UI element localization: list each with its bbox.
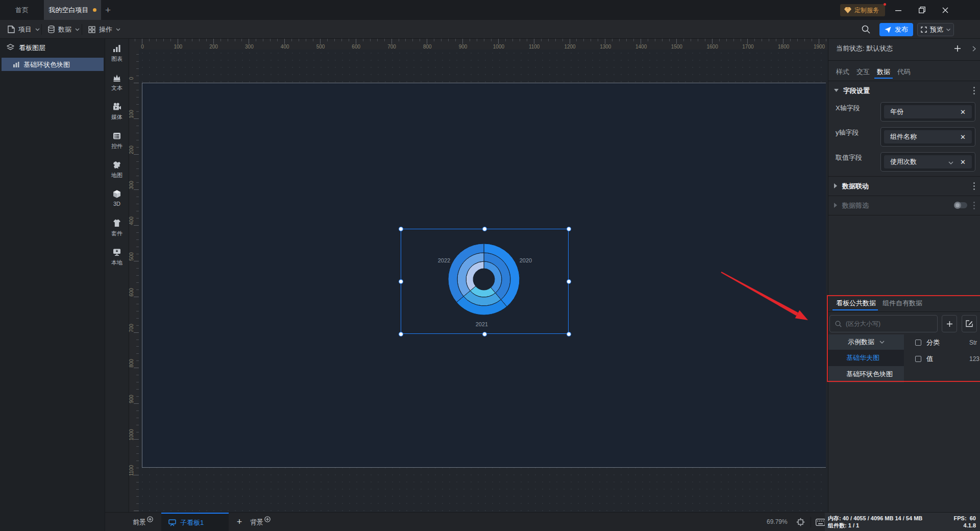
toolbox-item-label: 本地 bbox=[111, 259, 122, 267]
y-axis-field-value: 组件名称 bbox=[890, 132, 917, 141]
toolbox-item-3[interactable]: 媒体 bbox=[105, 102, 129, 128]
value-field-input[interactable]: 使用次数 ✕ bbox=[880, 152, 975, 172]
ruler-tick bbox=[705, 39, 705, 41]
toolbox-item-8[interactable]: 本地 bbox=[105, 248, 129, 273]
fit-screen-button[interactable] bbox=[793, 513, 807, 531]
data-panel-tab-1[interactable]: 看板公共数据 bbox=[836, 299, 876, 308]
field-settings-menu-button[interactable] bbox=[970, 84, 977, 96]
background-button[interactable]: 背景 bbox=[250, 513, 271, 531]
dataset-field-row-2[interactable]: 值123 bbox=[904, 351, 980, 367]
plus-icon: + bbox=[105, 5, 111, 16]
bottom-bar: 前景 子看板1 + 背景 69.79% 内存: 40 / 4055 / 4096… bbox=[105, 512, 980, 531]
kebab-menu-icon[interactable] bbox=[973, 182, 975, 190]
divider bbox=[828, 81, 980, 81]
ruler-tick bbox=[299, 39, 299, 41]
selection-handle[interactable] bbox=[482, 227, 487, 231]
menu-project[interactable]: 项目 bbox=[3, 20, 45, 39]
x-axis-field-input[interactable]: 年份 ✕ bbox=[880, 102, 975, 122]
add-state-button[interactable] bbox=[951, 42, 964, 55]
add-dataset-button[interactable] bbox=[942, 315, 957, 332]
inspector-tab-2[interactable]: 交互 bbox=[856, 67, 870, 77]
kebab-menu-icon[interactable] bbox=[973, 202, 975, 209]
y-axis-field-input[interactable]: 组件名称 ✕ bbox=[880, 127, 975, 147]
notification-dot bbox=[884, 3, 886, 6]
data-panel-tab-2[interactable]: 组件自有数据 bbox=[883, 299, 922, 308]
selection-handle[interactable] bbox=[482, 332, 487, 336]
selection-handle[interactable] bbox=[567, 227, 571, 231]
ruler-tick bbox=[134, 511, 139, 511]
selected-component-ring-chart[interactable]: 202020212022 bbox=[401, 229, 569, 334]
ring-color-block-chart[interactable] bbox=[443, 238, 525, 320]
foreground-button[interactable]: 前景 bbox=[133, 513, 153, 531]
ruler-label: 900 bbox=[129, 393, 134, 406]
chart-icon bbox=[112, 44, 121, 53]
data-filter-section[interactable]: 数据筛选 bbox=[828, 196, 980, 215]
inspector-tab-3[interactable]: 数据 bbox=[877, 67, 890, 77]
clear-icon[interactable]: ✕ bbox=[960, 108, 966, 116]
data-link-section[interactable]: 数据联动 bbox=[828, 176, 980, 196]
inspector-tab-4[interactable]: 代码 bbox=[897, 67, 911, 77]
field-settings-header[interactable]: 字段设置 bbox=[834, 84, 870, 96]
selection-handle[interactable] bbox=[399, 227, 403, 231]
ruler-tick bbox=[462, 39, 463, 44]
fullscreen-icon bbox=[921, 27, 927, 33]
triangle-right-icon bbox=[834, 183, 837, 188]
state-expand-button[interactable] bbox=[968, 42, 979, 55]
ruler-tick bbox=[655, 39, 655, 41]
menu-data[interactable]: 数据 bbox=[43, 20, 85, 39]
edit-dataset-button[interactable] bbox=[962, 315, 977, 332]
ruler-tick bbox=[691, 39, 691, 41]
publish-button[interactable]: 发布 bbox=[879, 23, 913, 36]
data-filter-toggle[interactable] bbox=[954, 202, 967, 208]
maximize-button[interactable] bbox=[914, 0, 929, 20]
menu-project-label: 项目 bbox=[18, 26, 32, 33]
add-board-button[interactable]: + bbox=[232, 513, 247, 531]
clear-icon[interactable]: ✕ bbox=[960, 158, 966, 166]
selection-handle[interactable] bbox=[567, 332, 571, 336]
inspector-panel: 当前状态: 默认状态 样式交互数据代码 字段设置 X轴字段 年份 ✕ y轴字段 … bbox=[828, 39, 980, 512]
inspector-tab-1[interactable]: 样式 bbox=[836, 67, 849, 77]
close-button[interactable] bbox=[938, 0, 953, 20]
search-button[interactable] bbox=[862, 20, 870, 39]
toolbox-item-4[interactable]: 控件 bbox=[105, 131, 129, 157]
toolbox-item-5[interactable]: 地图 bbox=[105, 160, 129, 186]
ruler-tick bbox=[790, 39, 791, 41]
minimize-button[interactable] bbox=[891, 0, 906, 20]
preview-button[interactable]: 预览 bbox=[917, 23, 954, 36]
dataset-search-input[interactable]: (区分大小写) bbox=[829, 315, 938, 332]
ruler-tick bbox=[812, 39, 812, 41]
dataset-item-1[interactable]: 基础华夫图 bbox=[828, 350, 904, 366]
ruler-label: 1100 bbox=[129, 464, 134, 477]
field-checkbox[interactable] bbox=[915, 356, 921, 362]
chevron-down-icon bbox=[879, 341, 885, 344]
tab-project[interactable]: 我的空白项目 bbox=[44, 0, 101, 20]
menu-actions[interactable]: 操作 bbox=[83, 20, 126, 39]
y-axis-field-label: y轴字段 bbox=[836, 129, 859, 136]
toolbox-item-6[interactable]: 3D bbox=[105, 189, 129, 215]
dataset-source-dropdown[interactable]: 示例数据 bbox=[828, 334, 904, 350]
selection-handle[interactable] bbox=[399, 279, 403, 284]
selection-handle[interactable] bbox=[399, 332, 403, 336]
toolbox-item-7[interactable]: 套件 bbox=[105, 219, 129, 244]
clear-icon[interactable]: ✕ bbox=[960, 133, 966, 141]
chevron-down-icon[interactable] bbox=[948, 161, 953, 164]
toolbox-item-1[interactable]: 图表 bbox=[105, 44, 129, 69]
data-filter-title: 数据筛选 bbox=[842, 202, 869, 209]
tab-home[interactable]: 首页 bbox=[0, 0, 44, 20]
selection-handle[interactable] bbox=[567, 279, 571, 284]
field-settings-title: 字段设置 bbox=[843, 87, 870, 94]
field-checkbox[interactable] bbox=[915, 340, 921, 346]
toolbox-item-2[interactable]: 文本 bbox=[105, 73, 129, 99]
dataset-item-2[interactable]: 基础环状色块图 bbox=[828, 366, 904, 382]
custom-service-badge[interactable]: 定制服务 bbox=[840, 4, 885, 16]
dataset-field-row-1[interactable]: 分类Str bbox=[904, 334, 980, 351]
x-axis-field-value: 年份 bbox=[890, 107, 903, 116]
ruler-label: 1400 bbox=[634, 44, 648, 50]
new-tab-button[interactable]: + bbox=[105, 0, 111, 20]
ruler-tick bbox=[134, 83, 139, 83]
layer-item-selected[interactable]: 基础环状色块图 bbox=[2, 58, 104, 71]
components-value: 1 / 1 bbox=[848, 522, 859, 528]
ruler-label: 100 bbox=[172, 44, 185, 50]
field-name: 值 bbox=[926, 354, 933, 364]
board-tab-active[interactable]: 子看板1 bbox=[161, 513, 229, 531]
